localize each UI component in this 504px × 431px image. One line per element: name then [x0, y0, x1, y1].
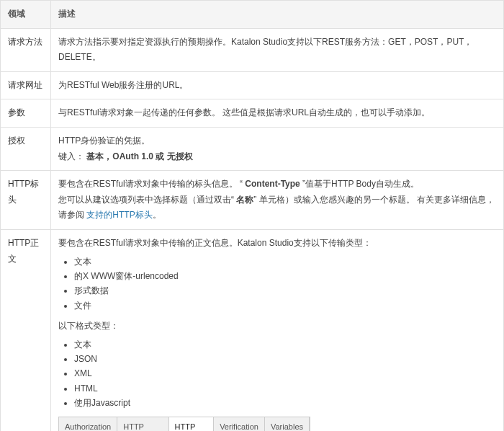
auth-line1: HTTP身份验证的凭据。 [58, 133, 496, 149]
col-desc: 描述 [51, 1, 504, 29]
field-desc: 为RESTful Web服务注册的URL。 [51, 71, 504, 99]
tab-verification[interactable]: Verification [214, 417, 265, 431]
list-item: 文本 [74, 254, 496, 269]
row-params: 参数 与RESTful请求对象一起传递的任何参数。 这些值是根据请求URL自动生… [1, 99, 504, 128]
field-label: 请求方法 [1, 28, 51, 71]
field-desc: HTTP身份验证的凭据。 键入： 基本，OAuth 1.0 或 无授权 [51, 127, 504, 170]
row-http-body: HTTP正文 要包含在RESTful请求对象中传输的正文信息。Katalon S… [1, 229, 504, 431]
field-desc: 要包含在RESTful请求对象中传输的标头信息。 “ Content-Type … [51, 171, 504, 230]
hh-line2: 您可以从建议选项列表中选择标题（通过双击“ 名称” 单元格）或输入您感兴趣的另一… [58, 192, 496, 223]
list-item: 形式数据 [74, 283, 496, 298]
row-auth: 授权 HTTP身份验证的凭据。 键入： 基本，OAuth 1.0 或 无授权 [1, 127, 504, 170]
field-desc: 与RESTful请求对象一起传递的任何参数。 这些值是根据请求URL自动生成的，… [51, 99, 504, 128]
field-desc: 请求方法指示要对指定资源执行的预期操作。Katalon Studio支持以下RE… [51, 28, 504, 71]
list-item: 使用Javascript [74, 396, 496, 410]
tab-authorization[interactable]: Authorization [59, 417, 117, 431]
field-label: HTTP标头 [1, 171, 51, 230]
list-item: 文件 [74, 298, 496, 313]
row-http-header: HTTP标头 要包含在RESTful请求对象中传输的标头信息。 “ Conten… [1, 171, 504, 230]
hb-intro: 要包含在RESTful请求对象中传输的正文信息。Katalon Studio支持… [58, 236, 496, 252]
field-label: 参数 [1, 99, 51, 128]
hb-types-list: 文本 的X WWW窗体-urlencoded 形式数据 文件 [74, 254, 496, 314]
auth-line2: 键入： 基本，OAuth 1.0 或 无授权 [58, 149, 496, 165]
row-method: 请求方法 请求方法指示要对指定资源执行的预期操作。Katalon Studio支… [1, 28, 504, 71]
list-item: 文本 [74, 337, 496, 352]
list-item: HTML [74, 381, 496, 396]
field-label: HTTP正文 [1, 229, 51, 431]
tab-http-header[interactable]: HTTP Header [117, 417, 168, 431]
list-item: 的X WWW窗体-urlencoded [74, 269, 496, 283]
editor-tabs: Authorization HTTP Header HTTP Body Veri… [59, 417, 310, 431]
field-label: 授权 [1, 127, 51, 170]
hh-line1: 要包含在RESTful请求对象中传输的标头信息。 “ Content-Type … [58, 177, 496, 192]
field-desc: 要包含在RESTful请求对象中传输的正文信息。Katalon Studio支持… [51, 229, 504, 431]
tab-variables[interactable]: Variables [265, 417, 310, 431]
hb-fmt-label: 以下格式类型： [58, 319, 496, 334]
hb-formats-list: 文本 JSON XML HTML 使用Javascript [74, 337, 496, 411]
list-item: JSON [74, 352, 496, 366]
list-item: XML [74, 366, 496, 381]
row-url: 请求网址 为RESTful Web服务注册的URL。 [1, 71, 504, 99]
col-field: 领域 [1, 1, 51, 29]
definition-table: 领域 描述 请求方法 请求方法指示要对指定资源执行的预期操作。Katalon S… [0, 0, 504, 431]
tab-http-body[interactable]: HTTP Body [169, 417, 215, 431]
field-label: 请求网址 [1, 71, 51, 99]
editor-panel: Authorization HTTP Header HTTP Body Veri… [58, 417, 310, 431]
supported-headers-link[interactable]: 支持的HTTP标头 [86, 210, 152, 220]
